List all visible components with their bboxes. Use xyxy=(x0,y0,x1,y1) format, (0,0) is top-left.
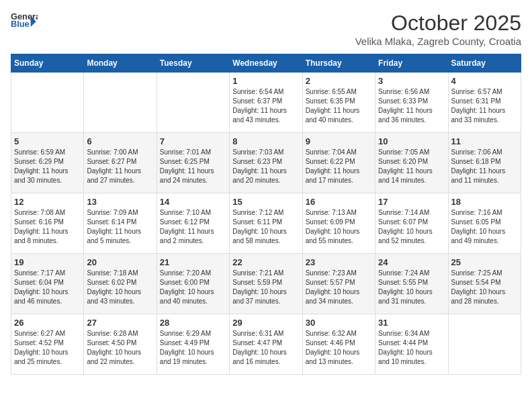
calendar-cell: 14Sunrise: 7:10 AM Sunset: 6:12 PM Dayli… xyxy=(157,193,229,254)
calendar-cell: 26Sunrise: 6:27 AM Sunset: 4:52 PM Dayli… xyxy=(11,314,84,375)
calendar-cell: 6Sunrise: 7:00 AM Sunset: 6:27 PM Daylig… xyxy=(84,133,157,193)
day-number: 4 xyxy=(451,76,518,86)
svg-text:Blue: Blue xyxy=(11,19,30,29)
calendar-cell: 5Sunrise: 6:59 AM Sunset: 6:29 PM Daylig… xyxy=(11,133,84,193)
calendar-cell xyxy=(448,314,521,375)
weekday-header: Wednesday xyxy=(230,54,302,73)
calendar-cell: 8Sunrise: 7:03 AM Sunset: 6:23 PM Daylig… xyxy=(230,133,302,193)
day-info: Sunrise: 7:12 AM Sunset: 6:11 PM Dayligh… xyxy=(232,208,299,246)
day-info: Sunrise: 6:57 AM Sunset: 6:31 PM Dayligh… xyxy=(451,87,518,125)
calendar-cell: 13Sunrise: 7:09 AM Sunset: 6:14 PM Dayli… xyxy=(84,193,157,254)
day-info: Sunrise: 7:17 AM Sunset: 6:04 PM Dayligh… xyxy=(14,269,81,306)
calendar-cell: 1Sunrise: 6:54 AM Sunset: 6:37 PM Daylig… xyxy=(230,73,302,133)
day-info: Sunrise: 7:16 AM Sunset: 6:05 PM Dayligh… xyxy=(451,208,518,246)
calendar-table: SundayMondayTuesdayWednesdayThursdayFrid… xyxy=(11,54,521,375)
day-info: Sunrise: 7:04 AM Sunset: 6:22 PM Dayligh… xyxy=(306,148,372,185)
calendar-cell: 9Sunrise: 7:04 AM Sunset: 6:22 PM Daylig… xyxy=(302,133,375,193)
calendar-cell: 23Sunrise: 7:23 AM Sunset: 5:57 PM Dayli… xyxy=(302,254,375,314)
day-number: 24 xyxy=(378,257,445,267)
calendar-cell: 11Sunrise: 7:06 AM Sunset: 6:18 PM Dayli… xyxy=(448,133,521,193)
day-info: Sunrise: 7:06 AM Sunset: 6:18 PM Dayligh… xyxy=(451,148,518,185)
day-number: 2 xyxy=(306,76,372,86)
day-info: Sunrise: 6:55 AM Sunset: 6:35 PM Dayligh… xyxy=(306,87,372,125)
day-number: 21 xyxy=(160,257,226,267)
day-info: Sunrise: 7:05 AM Sunset: 6:20 PM Dayligh… xyxy=(378,148,445,185)
day-number: 6 xyxy=(87,136,153,146)
day-info: Sunrise: 7:23 AM Sunset: 5:57 PM Dayligh… xyxy=(306,269,372,306)
day-number: 11 xyxy=(451,136,518,146)
calendar-cell: 29Sunrise: 6:31 AM Sunset: 4:47 PM Dayli… xyxy=(230,314,302,375)
calendar-cell: 16Sunrise: 7:13 AM Sunset: 6:09 PM Dayli… xyxy=(302,193,375,254)
day-number: 20 xyxy=(87,257,153,267)
day-info: Sunrise: 6:32 AM Sunset: 4:46 PM Dayligh… xyxy=(306,329,372,367)
day-info: Sunrise: 7:08 AM Sunset: 6:16 PM Dayligh… xyxy=(14,208,81,246)
day-info: Sunrise: 7:14 AM Sunset: 6:07 PM Dayligh… xyxy=(378,208,445,246)
day-number: 7 xyxy=(160,136,226,146)
day-number: 28 xyxy=(160,318,226,328)
weekday-header: Tuesday xyxy=(157,54,229,73)
subtitle: Velika Mlaka, Zagreb County, Croatia xyxy=(355,36,521,47)
day-number: 12 xyxy=(14,197,81,207)
calendar-body: 1Sunrise: 6:54 AM Sunset: 6:37 PM Daylig… xyxy=(11,73,521,375)
day-number: 27 xyxy=(87,318,153,328)
day-info: Sunrise: 7:18 AM Sunset: 6:02 PM Dayligh… xyxy=(87,269,153,306)
day-info: Sunrise: 6:59 AM Sunset: 6:29 PM Dayligh… xyxy=(14,148,81,185)
day-info: Sunrise: 7:09 AM Sunset: 6:14 PM Dayligh… xyxy=(87,208,153,246)
calendar-cell xyxy=(157,73,229,133)
day-number: 1 xyxy=(232,76,299,86)
calendar-week-row: 1Sunrise: 6:54 AM Sunset: 6:37 PM Daylig… xyxy=(11,73,521,133)
calendar-cell: 10Sunrise: 7:05 AM Sunset: 6:20 PM Dayli… xyxy=(375,133,448,193)
day-info: Sunrise: 6:31 AM Sunset: 4:47 PM Dayligh… xyxy=(232,329,299,367)
day-number: 30 xyxy=(306,318,372,328)
day-number: 15 xyxy=(232,197,299,207)
day-number: 22 xyxy=(232,257,299,267)
day-number: 17 xyxy=(378,197,445,207)
day-info: Sunrise: 6:27 AM Sunset: 4:52 PM Dayligh… xyxy=(14,329,81,367)
calendar-cell: 28Sunrise: 6:29 AM Sunset: 4:49 PM Dayli… xyxy=(157,314,229,375)
day-number: 9 xyxy=(306,136,372,146)
day-number: 5 xyxy=(14,136,81,146)
day-info: Sunrise: 6:54 AM Sunset: 6:37 PM Dayligh… xyxy=(232,87,299,125)
calendar-cell: 17Sunrise: 7:14 AM Sunset: 6:07 PM Dayli… xyxy=(375,193,448,254)
day-info: Sunrise: 7:03 AM Sunset: 6:23 PM Dayligh… xyxy=(232,148,299,185)
calendar-cell: 21Sunrise: 7:20 AM Sunset: 6:00 PM Dayli… xyxy=(157,254,229,314)
day-number: 26 xyxy=(14,318,81,328)
calendar-cell xyxy=(11,73,84,133)
calendar-cell: 2Sunrise: 6:55 AM Sunset: 6:35 PM Daylig… xyxy=(302,73,375,133)
day-info: Sunrise: 7:01 AM Sunset: 6:25 PM Dayligh… xyxy=(160,148,226,185)
calendar-cell: 25Sunrise: 7:25 AM Sunset: 5:54 PM Dayli… xyxy=(448,254,521,314)
day-info: Sunrise: 6:29 AM Sunset: 4:49 PM Dayligh… xyxy=(160,329,226,367)
calendar-cell xyxy=(84,73,157,133)
calendar-cell: 18Sunrise: 7:16 AM Sunset: 6:05 PM Dayli… xyxy=(448,193,521,254)
logo: General Blue xyxy=(11,11,38,30)
day-info: Sunrise: 7:20 AM Sunset: 6:00 PM Dayligh… xyxy=(160,269,226,306)
day-info: Sunrise: 6:34 AM Sunset: 4:44 PM Dayligh… xyxy=(378,329,445,367)
calendar-cell: 27Sunrise: 6:28 AM Sunset: 4:50 PM Dayli… xyxy=(84,314,157,375)
day-info: Sunrise: 7:00 AM Sunset: 6:27 PM Dayligh… xyxy=(87,148,153,185)
calendar-week-row: 26Sunrise: 6:27 AM Sunset: 4:52 PM Dayli… xyxy=(11,314,521,375)
title-block: October 2025 Velika Mlaka, Zagreb County… xyxy=(355,11,521,47)
calendar-cell: 31Sunrise: 6:34 AM Sunset: 4:44 PM Dayli… xyxy=(375,314,448,375)
calendar-cell: 4Sunrise: 6:57 AM Sunset: 6:31 PM Daylig… xyxy=(448,73,521,133)
page-header: General Blue October 2025 Velika Mlaka, … xyxy=(11,11,521,47)
logo-icon: General Blue xyxy=(11,11,38,30)
calendar-cell: 22Sunrise: 7:21 AM Sunset: 5:59 PM Dayli… xyxy=(230,254,302,314)
calendar-cell: 19Sunrise: 7:17 AM Sunset: 6:04 PM Dayli… xyxy=(11,254,84,314)
weekday-header: Sunday xyxy=(11,54,84,73)
calendar-week-row: 5Sunrise: 6:59 AM Sunset: 6:29 PM Daylig… xyxy=(11,133,521,193)
calendar-week-row: 19Sunrise: 7:17 AM Sunset: 6:04 PM Dayli… xyxy=(11,254,521,314)
day-info: Sunrise: 7:13 AM Sunset: 6:09 PM Dayligh… xyxy=(306,208,372,246)
day-number: 8 xyxy=(232,136,299,146)
day-number: 29 xyxy=(232,318,299,328)
calendar-cell: 15Sunrise: 7:12 AM Sunset: 6:11 PM Dayli… xyxy=(230,193,302,254)
day-number: 23 xyxy=(306,257,372,267)
calendar-cell: 7Sunrise: 7:01 AM Sunset: 6:25 PM Daylig… xyxy=(157,133,229,193)
calendar-week-row: 12Sunrise: 7:08 AM Sunset: 6:16 PM Dayli… xyxy=(11,193,521,254)
calendar-cell: 3Sunrise: 6:56 AM Sunset: 6:33 PM Daylig… xyxy=(375,73,448,133)
calendar-cell: 12Sunrise: 7:08 AM Sunset: 6:16 PM Dayli… xyxy=(11,193,84,254)
weekday-header: Monday xyxy=(84,54,157,73)
day-info: Sunrise: 6:56 AM Sunset: 6:33 PM Dayligh… xyxy=(378,87,445,125)
day-number: 14 xyxy=(160,197,226,207)
calendar-cell: 20Sunrise: 7:18 AM Sunset: 6:02 PM Dayli… xyxy=(84,254,157,314)
calendar-cell: 24Sunrise: 7:24 AM Sunset: 5:55 PM Dayli… xyxy=(375,254,448,314)
